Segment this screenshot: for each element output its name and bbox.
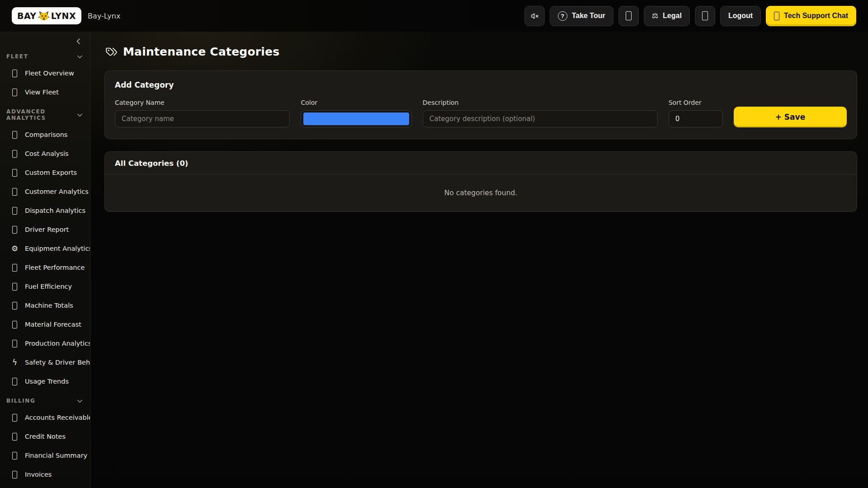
top-header: BAY LYNX Bay-Lynx <box>0 0 868 32</box>
add-category-card: Add Category Category Name Color Descrip… <box>104 70 857 139</box>
missing-glyph-icon <box>12 226 17 234</box>
mute-icon <box>530 12 539 20</box>
missing-glyph-icon <box>12 188 17 196</box>
sidebar-item-fuel-efficiency[interactable]: Fuel Efficiency <box>0 277 90 296</box>
missing-glyph-icon <box>12 283 17 291</box>
sort-order-input[interactable] <box>669 110 723 127</box>
section-label: BILLING <box>6 398 35 404</box>
sidebar-item-label: Financial Summary <box>25 452 87 459</box>
color-label: Color <box>301 99 411 106</box>
logout-label: Logout <box>728 12 753 20</box>
header-icon-button-2[interactable] <box>695 6 715 26</box>
sidebar-section-fleet[interactable]: FLEET <box>0 47 90 64</box>
app-name: Bay-Lynx <box>88 12 120 20</box>
missing-glyph-icon <box>12 378 17 385</box>
missing-glyph-icon <box>12 452 17 460</box>
missing-glyph-icon <box>12 264 17 272</box>
chevron-down-icon <box>77 398 83 404</box>
sidebar-item-label: Production Analytics <box>25 340 90 347</box>
take-tour-button[interactable]: ? Take Tour <box>550 6 613 26</box>
sidebar-item-customer-analytics[interactable]: Customer Analytics <box>0 182 90 201</box>
sidebar-section-advanced-analytics[interactable]: ADVANCED ANALYTICS <box>0 102 90 125</box>
all-categories-card: All Categories (0) No categories found. <box>104 151 857 212</box>
description-input[interactable] <box>423 110 658 127</box>
legal-button[interactable]: ⚖ Legal <box>644 6 690 26</box>
sidebar-item-label: Dispatch Analytics <box>25 207 85 214</box>
gear-icon: ⚙ <box>11 245 18 253</box>
chevron-left-icon <box>75 38 82 45</box>
sidebar-item-label: Safety & Driver Beh... <box>25 359 90 366</box>
missing-glyph-icon <box>626 11 632 20</box>
sidebar-item-label: Material Forecast <box>25 321 81 328</box>
sidebar-item-label: Comparisons <box>25 131 67 138</box>
tech-support-chat-label: Tech Support Chat <box>784 12 848 20</box>
sidebar-item-material-forecast[interactable]: Material Forecast <box>0 315 90 334</box>
tech-support-chat-button[interactable]: Tech Support Chat <box>766 6 856 26</box>
sidebar-item-machine-totals[interactable]: Machine Totals <box>0 296 90 315</box>
sidebar-item-label: Accounts Receivable <box>25 414 90 421</box>
sidebar-collapse-button[interactable] <box>75 38 82 45</box>
sidebar-item-label: Credit Notes <box>25 433 66 440</box>
missing-glyph-icon <box>12 89 17 96</box>
sidebar-item-dispatch-analytics[interactable]: Dispatch Analytics <box>0 201 90 220</box>
missing-glyph-icon <box>12 340 17 347</box>
sidebar-item-label: Fleet Performance <box>25 264 85 271</box>
header-icon-button-1[interactable] <box>618 6 639 26</box>
chevron-down-icon <box>77 54 83 60</box>
sidebar-item-label: Customer Analytics <box>25 188 89 195</box>
mute-button[interactable] <box>524 6 545 26</box>
sidebar-item-custom-exports[interactable]: Custom Exports <box>0 163 90 182</box>
empty-state-message: No categories found. <box>105 174 857 211</box>
category-name-label: Category Name <box>115 99 290 106</box>
sidebar-item-label: Custom Exports <box>25 169 77 176</box>
missing-glyph-icon <box>12 207 17 215</box>
color-picker-input[interactable] <box>301 110 411 127</box>
baylynx-logo[interactable]: BAY LYNX <box>12 7 81 24</box>
sidebar-item-fleet-performance[interactable]: Fleet Performance <box>0 258 90 277</box>
logo-text-bay: BAY <box>17 11 37 21</box>
add-category-title: Add Category <box>115 80 847 89</box>
description-label: Description <box>423 99 658 106</box>
sidebar-section-billing[interactable]: BILLING <box>0 391 90 408</box>
sidebar-item-cost-analysis[interactable]: Cost Analysis <box>0 144 90 163</box>
sidebar-item-fleet-overview[interactable]: Fleet Overview <box>0 64 90 83</box>
sidebar-item-equipment-analytics[interactable]: ⚙Equipment Analytics <box>0 239 90 258</box>
sidebar-nav: FLEETFleet OverviewView FleetADVANCED AN… <box>0 47 90 488</box>
sidebar-item-label: Driver Report <box>25 226 69 233</box>
logout-button[interactable]: Logout <box>720 6 761 26</box>
page-title: Maintenance Categories <box>123 45 279 58</box>
sidebar-item-financial-summary[interactable]: Financial Summary <box>0 446 90 465</box>
missing-glyph-icon <box>12 321 17 328</box>
category-name-input[interactable] <box>115 110 290 127</box>
header-actions: ? Take Tour ⚖ Legal Logout Tech Support … <box>524 6 856 26</box>
sidebar-item-safety-driver-beh[interactable]: ϟSafety & Driver Beh... <box>0 353 90 372</box>
sidebar-item-invoices[interactable]: Invoices <box>0 465 90 484</box>
sidebar-item-view-fleet[interactable]: View Fleet <box>0 83 90 102</box>
missing-glyph-icon <box>12 150 17 158</box>
logo-text-lynx: LYNX <box>51 11 76 21</box>
lightning-icon: ϟ <box>12 359 17 366</box>
sidebar-item-driver-report[interactable]: Driver Report <box>0 220 90 239</box>
missing-glyph-icon <box>12 131 17 139</box>
missing-glyph-icon <box>12 302 17 310</box>
sidebar-item-label: Invoices <box>25 471 52 478</box>
section-label: FLEET <box>6 53 28 60</box>
sidebar-item-credit-notes[interactable]: Credit Notes <box>0 427 90 446</box>
sidebar-item-label: View Fleet <box>25 89 59 96</box>
lynx-head-icon <box>38 11 50 21</box>
tags-icon <box>105 46 118 58</box>
sidebar-item-production-analytics[interactable]: Production Analytics <box>0 334 90 353</box>
scales-icon: ⚖ <box>652 12 658 19</box>
sidebar-item-material-costs[interactable]: ⚒Material Costs <box>0 484 90 488</box>
save-button[interactable]: + Save <box>734 107 847 127</box>
header-brand: BAY LYNX Bay-Lynx <box>12 7 120 24</box>
sidebar-item-accounts-receivable[interactable]: Accounts Receivable <box>0 408 90 427</box>
sidebar-item-usage-trends[interactable]: Usage Trends <box>0 372 90 391</box>
sidebar-item-comparisons[interactable]: Comparisons <box>0 125 90 144</box>
legal-label: Legal <box>663 12 682 20</box>
sidebar-item-label: Machine Totals <box>25 302 73 309</box>
chevron-down-icon <box>77 112 83 118</box>
missing-glyph-icon <box>702 11 708 20</box>
color-swatch <box>303 113 409 125</box>
sidebar-item-label: Equipment Analytics <box>25 245 90 252</box>
